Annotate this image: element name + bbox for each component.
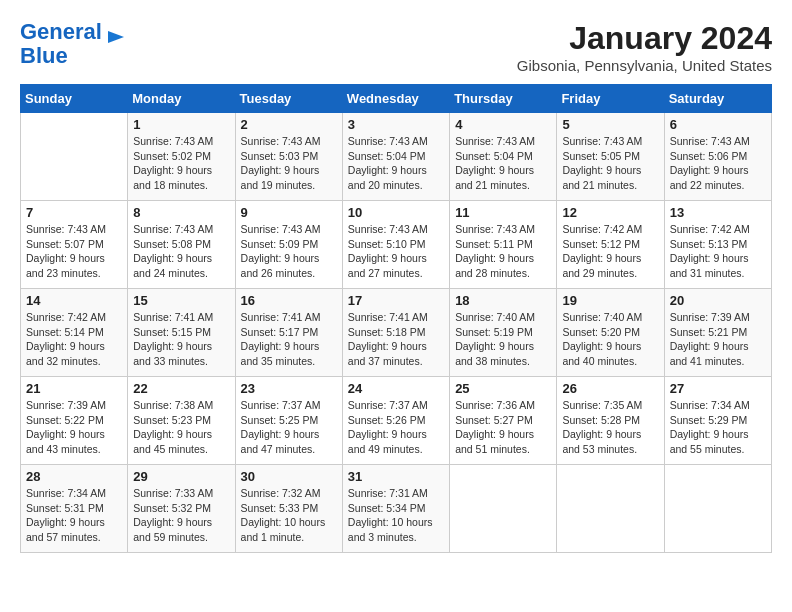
calendar-cell: 24Sunrise: 7:37 AM Sunset: 5:26 PM Dayli… — [342, 377, 449, 465]
day-number: 20 — [670, 293, 766, 308]
week-row-3: 14Sunrise: 7:42 AM Sunset: 5:14 PM Dayli… — [21, 289, 772, 377]
calendar-cell: 25Sunrise: 7:36 AM Sunset: 5:27 PM Dayli… — [450, 377, 557, 465]
svg-marker-0 — [108, 31, 124, 43]
day-number: 30 — [241, 469, 337, 484]
day-info: Sunrise: 7:43 AM Sunset: 5:04 PM Dayligh… — [455, 134, 551, 193]
week-row-4: 21Sunrise: 7:39 AM Sunset: 5:22 PM Dayli… — [21, 377, 772, 465]
calendar-cell: 26Sunrise: 7:35 AM Sunset: 5:28 PM Dayli… — [557, 377, 664, 465]
calendar-cell — [21, 113, 128, 201]
day-number: 26 — [562, 381, 658, 396]
calendar-cell: 18Sunrise: 7:40 AM Sunset: 5:19 PM Dayli… — [450, 289, 557, 377]
day-number: 29 — [133, 469, 229, 484]
calendar-cell: 9Sunrise: 7:43 AM Sunset: 5:09 PM Daylig… — [235, 201, 342, 289]
calendar-cell: 8Sunrise: 7:43 AM Sunset: 5:08 PM Daylig… — [128, 201, 235, 289]
day-number: 25 — [455, 381, 551, 396]
day-info: Sunrise: 7:43 AM Sunset: 5:09 PM Dayligh… — [241, 222, 337, 281]
day-number: 9 — [241, 205, 337, 220]
calendar-cell: 11Sunrise: 7:43 AM Sunset: 5:11 PM Dayli… — [450, 201, 557, 289]
calendar-cell: 13Sunrise: 7:42 AM Sunset: 5:13 PM Dayli… — [664, 201, 771, 289]
title-area: January 2024 Gibsonia, Pennsylvania, Uni… — [517, 20, 772, 74]
day-number: 2 — [241, 117, 337, 132]
day-info: Sunrise: 7:43 AM Sunset: 5:04 PM Dayligh… — [348, 134, 444, 193]
calendar-cell: 1Sunrise: 7:43 AM Sunset: 5:02 PM Daylig… — [128, 113, 235, 201]
calendar-cell: 20Sunrise: 7:39 AM Sunset: 5:21 PM Dayli… — [664, 289, 771, 377]
day-info: Sunrise: 7:43 AM Sunset: 5:08 PM Dayligh… — [133, 222, 229, 281]
day-info: Sunrise: 7:39 AM Sunset: 5:22 PM Dayligh… — [26, 398, 122, 457]
day-number: 3 — [348, 117, 444, 132]
day-number: 24 — [348, 381, 444, 396]
weekday-header-sunday: Sunday — [21, 85, 128, 113]
calendar-cell: 31Sunrise: 7:31 AM Sunset: 5:34 PM Dayli… — [342, 465, 449, 553]
day-info: Sunrise: 7:43 AM Sunset: 5:07 PM Dayligh… — [26, 222, 122, 281]
day-number: 23 — [241, 381, 337, 396]
calendar-table: SundayMondayTuesdayWednesdayThursdayFrid… — [20, 84, 772, 553]
day-number: 15 — [133, 293, 229, 308]
day-info: Sunrise: 7:43 AM Sunset: 5:10 PM Dayligh… — [348, 222, 444, 281]
calendar-cell: 21Sunrise: 7:39 AM Sunset: 5:22 PM Dayli… — [21, 377, 128, 465]
logo-arrow-icon — [106, 27, 126, 47]
calendar-cell: 5Sunrise: 7:43 AM Sunset: 5:05 PM Daylig… — [557, 113, 664, 201]
logo-line2: Blue — [20, 43, 68, 68]
day-info: Sunrise: 7:35 AM Sunset: 5:28 PM Dayligh… — [562, 398, 658, 457]
logo-line1: General — [20, 19, 102, 44]
weekday-header-saturday: Saturday — [664, 85, 771, 113]
day-number: 10 — [348, 205, 444, 220]
weekday-header-row: SundayMondayTuesdayWednesdayThursdayFrid… — [21, 85, 772, 113]
day-number: 7 — [26, 205, 122, 220]
calendar-cell: 16Sunrise: 7:41 AM Sunset: 5:17 PM Dayli… — [235, 289, 342, 377]
day-number: 1 — [133, 117, 229, 132]
day-info: Sunrise: 7:41 AM Sunset: 5:17 PM Dayligh… — [241, 310, 337, 369]
day-number: 6 — [670, 117, 766, 132]
weekday-header-monday: Monday — [128, 85, 235, 113]
weekday-header-wednesday: Wednesday — [342, 85, 449, 113]
calendar-cell — [450, 465, 557, 553]
day-info: Sunrise: 7:36 AM Sunset: 5:27 PM Dayligh… — [455, 398, 551, 457]
day-number: 12 — [562, 205, 658, 220]
day-info: Sunrise: 7:40 AM Sunset: 5:19 PM Dayligh… — [455, 310, 551, 369]
week-row-1: 1Sunrise: 7:43 AM Sunset: 5:02 PM Daylig… — [21, 113, 772, 201]
calendar-cell: 27Sunrise: 7:34 AM Sunset: 5:29 PM Dayli… — [664, 377, 771, 465]
day-number: 31 — [348, 469, 444, 484]
day-number: 19 — [562, 293, 658, 308]
day-number: 4 — [455, 117, 551, 132]
calendar-cell: 28Sunrise: 7:34 AM Sunset: 5:31 PM Dayli… — [21, 465, 128, 553]
day-info: Sunrise: 7:37 AM Sunset: 5:25 PM Dayligh… — [241, 398, 337, 457]
day-number: 17 — [348, 293, 444, 308]
weekday-header-tuesday: Tuesday — [235, 85, 342, 113]
location: Gibsonia, Pennsylvania, United States — [517, 57, 772, 74]
day-info: Sunrise: 7:42 AM Sunset: 5:14 PM Dayligh… — [26, 310, 122, 369]
logo: General Blue — [20, 20, 126, 68]
day-info: Sunrise: 7:34 AM Sunset: 5:29 PM Dayligh… — [670, 398, 766, 457]
calendar-cell: 14Sunrise: 7:42 AM Sunset: 5:14 PM Dayli… — [21, 289, 128, 377]
week-row-5: 28Sunrise: 7:34 AM Sunset: 5:31 PM Dayli… — [21, 465, 772, 553]
calendar-cell: 10Sunrise: 7:43 AM Sunset: 5:10 PM Dayli… — [342, 201, 449, 289]
calendar-cell: 15Sunrise: 7:41 AM Sunset: 5:15 PM Dayli… — [128, 289, 235, 377]
week-row-2: 7Sunrise: 7:43 AM Sunset: 5:07 PM Daylig… — [21, 201, 772, 289]
day-number: 14 — [26, 293, 122, 308]
day-number: 28 — [26, 469, 122, 484]
calendar-cell: 29Sunrise: 7:33 AM Sunset: 5:32 PM Dayli… — [128, 465, 235, 553]
day-info: Sunrise: 7:43 AM Sunset: 5:02 PM Dayligh… — [133, 134, 229, 193]
day-number: 13 — [670, 205, 766, 220]
calendar-cell: 4Sunrise: 7:43 AM Sunset: 5:04 PM Daylig… — [450, 113, 557, 201]
day-info: Sunrise: 7:39 AM Sunset: 5:21 PM Dayligh… — [670, 310, 766, 369]
calendar-cell: 3Sunrise: 7:43 AM Sunset: 5:04 PM Daylig… — [342, 113, 449, 201]
day-info: Sunrise: 7:43 AM Sunset: 5:06 PM Dayligh… — [670, 134, 766, 193]
day-info: Sunrise: 7:41 AM Sunset: 5:18 PM Dayligh… — [348, 310, 444, 369]
calendar-cell: 2Sunrise: 7:43 AM Sunset: 5:03 PM Daylig… — [235, 113, 342, 201]
day-info: Sunrise: 7:37 AM Sunset: 5:26 PM Dayligh… — [348, 398, 444, 457]
day-number: 11 — [455, 205, 551, 220]
day-number: 22 — [133, 381, 229, 396]
day-number: 16 — [241, 293, 337, 308]
month-title: January 2024 — [517, 20, 772, 57]
calendar-cell: 30Sunrise: 7:32 AM Sunset: 5:33 PM Dayli… — [235, 465, 342, 553]
day-info: Sunrise: 7:32 AM Sunset: 5:33 PM Dayligh… — [241, 486, 337, 545]
day-info: Sunrise: 7:42 AM Sunset: 5:13 PM Dayligh… — [670, 222, 766, 281]
calendar-cell — [664, 465, 771, 553]
calendar-cell: 22Sunrise: 7:38 AM Sunset: 5:23 PM Dayli… — [128, 377, 235, 465]
calendar-cell — [557, 465, 664, 553]
day-info: Sunrise: 7:38 AM Sunset: 5:23 PM Dayligh… — [133, 398, 229, 457]
header: General Blue January 2024 Gibsonia, Penn… — [20, 20, 772, 74]
day-info: Sunrise: 7:31 AM Sunset: 5:34 PM Dayligh… — [348, 486, 444, 545]
day-number: 27 — [670, 381, 766, 396]
